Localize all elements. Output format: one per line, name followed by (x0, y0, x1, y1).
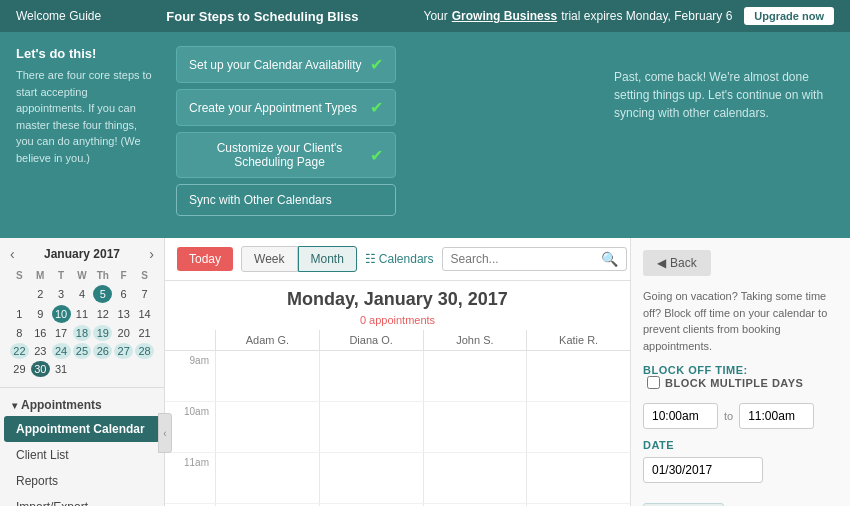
cal-day[interactable]: 29 (10, 361, 29, 377)
cal-cell[interactable] (215, 402, 319, 452)
welcome-panel: Let's do this! There are four core steps… (0, 32, 850, 238)
cal-day[interactable] (73, 361, 92, 377)
cal-day[interactable]: 26 (93, 343, 112, 359)
day-header-f: F (114, 268, 133, 283)
week-view-button[interactable]: Week (241, 246, 297, 272)
cal-day[interactable]: 20 (114, 325, 133, 341)
time-9am: 9am (165, 351, 215, 401)
table-row: 8 16 17 18 19 20 21 (10, 325, 154, 341)
cal-day[interactable]: 3 (52, 285, 71, 303)
table-row: 11am (165, 453, 630, 504)
cal-day[interactable]: 17 (52, 325, 71, 341)
cal-cell[interactable] (319, 351, 423, 401)
trial-text: Your (424, 9, 448, 23)
sync-label: Sync with Other Calendars (189, 193, 332, 207)
cal-cell[interactable] (319, 402, 423, 452)
cal-toolbar: Today Week Month ☷ Calendars 🔍 (165, 238, 630, 281)
welcome-guide-link[interactable]: Welcome Guide (16, 9, 101, 23)
col-diana: Diana O. (319, 330, 423, 350)
appointments-section-header[interactable]: ▾ Appointments (0, 394, 164, 416)
month-view-button[interactable]: Month (298, 246, 357, 272)
cal-day[interactable]: 21 (135, 325, 154, 341)
time-11am: 11am (165, 453, 215, 503)
cal-day[interactable]: 18 (73, 325, 92, 341)
welcome-left: Let's do this! There are four core steps… (16, 46, 156, 224)
calendars-filter[interactable]: ☷ Calendars (365, 252, 434, 266)
cal-day[interactable] (135, 361, 154, 377)
step-1-button[interactable]: Set up your Calendar Availability ✔ (176, 46, 396, 83)
cal-columns-header: Adam G. Diana O. John S. Katie R. (165, 330, 630, 351)
time-col-empty (165, 330, 215, 350)
cal-day[interactable]: 9 (31, 305, 50, 323)
cal-day[interactable]: 10 (52, 305, 71, 323)
cal-day[interactable]: 8 (10, 325, 29, 341)
next-month-button[interactable]: › (147, 246, 156, 262)
cal-day[interactable]: 13 (114, 305, 133, 323)
cal-day[interactable]: 31 (52, 361, 71, 377)
cal-day[interactable]: 1 (10, 305, 29, 323)
cal-day[interactable]: 30 (31, 361, 50, 377)
search-icon: 🔍 (601, 251, 618, 267)
cal-day[interactable]: 16 (31, 325, 50, 341)
cal-day[interactable]: 14 (135, 305, 154, 323)
search-input[interactable] (451, 252, 601, 266)
cal-day[interactable]: 7 (135, 285, 154, 303)
sync-button[interactable]: Sync with Other Calendars (176, 184, 396, 216)
table-row: 2 3 4 5 6 7 (10, 285, 154, 303)
upgrade-button[interactable]: Upgrade now (744, 7, 834, 25)
cal-day[interactable] (114, 361, 133, 377)
cal-cell[interactable] (526, 453, 630, 503)
banner-title: Four Steps to Scheduling Bliss (166, 9, 358, 24)
today-button[interactable]: Today (177, 247, 233, 271)
col-katie: Katie R. (526, 330, 630, 350)
cal-day[interactable] (10, 285, 29, 303)
date-input[interactable] (643, 457, 763, 483)
back-button[interactable]: ◀ Back (643, 250, 711, 276)
cal-cell[interactable] (423, 351, 527, 401)
sidebar-item-appointment-calendar[interactable]: Appointment Calendar (4, 416, 160, 442)
step-2-label: Create your Appointment Types (189, 101, 357, 115)
sidebar-item-reports[interactable]: Reports (0, 468, 164, 494)
sidebar: ‹ January 2017 › S M T W Th F S (0, 238, 165, 506)
step-2-button[interactable]: Create your Appointment Types ✔ (176, 89, 396, 126)
prev-month-button[interactable]: ‹ (8, 246, 17, 262)
cal-day[interactable]: 11 (73, 305, 92, 323)
sidebar-item-client-list[interactable]: Client List (0, 442, 164, 468)
step-3-button[interactable]: Customize your Client's Scheduling Page … (176, 132, 396, 178)
view-btn-group: Week Month (241, 246, 357, 272)
sidebar-collapse-button[interactable]: ‹ (158, 413, 172, 453)
cal-cell[interactable] (319, 453, 423, 503)
cal-day[interactable]: 5 (93, 285, 112, 303)
cal-day[interactable]: 19 (93, 325, 112, 341)
table-row: 9am (165, 351, 630, 402)
welcome-right-text: Past, come back! We're almost done setti… (614, 68, 834, 122)
cal-cell[interactable] (526, 402, 630, 452)
cal-cell[interactable] (215, 453, 319, 503)
time-from-input[interactable] (643, 403, 718, 429)
cal-day[interactable]: 25 (73, 343, 92, 359)
block-off-title-text: BLOCK OFF TIME: (643, 364, 748, 376)
cal-cell[interactable] (423, 453, 527, 503)
cal-day[interactable] (93, 361, 112, 377)
block-multiple-checkbox[interactable] (647, 376, 660, 389)
step-2-check-icon: ✔ (370, 98, 383, 117)
welcome-heading: Let's do this! (16, 46, 156, 61)
cal-date-header: Monday, January 30, 2017 (165, 281, 630, 318)
cal-day[interactable]: 4 (73, 285, 92, 303)
table-row: 1 9 10 11 12 13 14 (10, 305, 154, 323)
cal-day[interactable]: 23 (31, 343, 50, 359)
cal-day[interactable]: 2 (31, 285, 50, 303)
cal-day[interactable]: 22 (10, 343, 29, 359)
step-1-check-icon: ✔ (370, 55, 383, 74)
block-off-title: BLOCK OFF TIME: Block Multiple Days (643, 364, 838, 397)
cal-day[interactable]: 28 (135, 343, 154, 359)
time-to-input[interactable] (739, 403, 814, 429)
cal-day[interactable]: 24 (52, 343, 71, 359)
cal-day[interactable]: 12 (93, 305, 112, 323)
cal-day[interactable]: 27 (114, 343, 133, 359)
cal-cell[interactable] (215, 351, 319, 401)
sidebar-item-import-export[interactable]: Import/Export (0, 494, 164, 506)
cal-cell[interactable] (526, 351, 630, 401)
cal-day[interactable]: 6 (114, 285, 133, 303)
cal-cell[interactable] (423, 402, 527, 452)
